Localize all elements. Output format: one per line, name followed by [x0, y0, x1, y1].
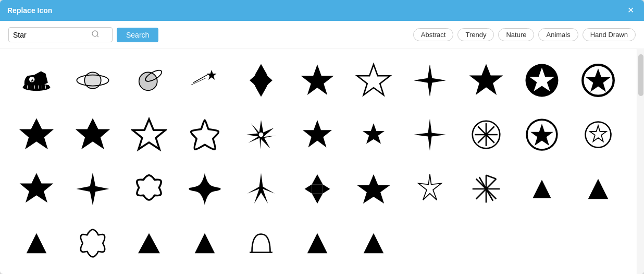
icon-mountain-7[interactable]	[348, 217, 400, 269]
svg-marker-36	[469, 64, 503, 96]
icon-star-badge[interactable]	[516, 109, 568, 161]
icon-mountain-5[interactable]	[179, 217, 231, 269]
icon-curved-star[interactable]	[179, 163, 231, 215]
svg-marker-32	[301, 64, 334, 95]
svg-marker-59	[20, 173, 54, 202]
icon-large-solid-star[interactable]	[460, 54, 512, 106]
svg-marker-76	[27, 233, 47, 254]
svg-line-1	[97, 35, 98, 37]
svg-marker-35	[414, 64, 445, 96]
icon-delicate-star[interactable]	[404, 163, 456, 215]
svg-marker-56	[530, 124, 553, 146]
svg-marker-67	[418, 174, 441, 200]
svg-marker-41	[19, 118, 54, 150]
icon-cross-star[interactable]	[460, 109, 512, 161]
icon-nautical-star[interactable]	[404, 54, 456, 106]
svg-marker-40	[586, 68, 611, 92]
icon-bold-star-1[interactable]	[10, 109, 63, 161]
icon-medium-star[interactable]	[291, 109, 343, 161]
scrollbar-thumb[interactable]	[638, 54, 643, 96]
icon-small-star[interactable]	[348, 109, 400, 161]
svg-marker-77	[138, 233, 160, 254]
svg-text:★: ★	[30, 78, 34, 83]
dialog-title: Replace Icon	[7, 6, 52, 15]
icon-filled-star-large[interactable]	[291, 54, 343, 106]
icon-shooting-star[interactable]	[179, 54, 231, 106]
icon-outlined-star-2[interactable]	[123, 109, 175, 161]
svg-marker-74	[533, 180, 551, 198]
icon-star-bordered-circle[interactable]	[572, 54, 624, 106]
content-area: ★	[0, 49, 644, 274]
icon-fat-star[interactable]	[348, 163, 400, 215]
svg-marker-29	[255, 64, 267, 75]
icon-shoe-star[interactable]: ★	[10, 54, 63, 106]
icon-decorative-star[interactable]	[404, 109, 456, 161]
search-input[interactable]	[13, 31, 91, 39]
icon-medium-bold-star[interactable]	[10, 163, 63, 215]
icon-mountain-4[interactable]	[123, 217, 175, 269]
svg-marker-47	[363, 123, 385, 144]
svg-rect-65	[312, 184, 323, 194]
icon-ninja-star[interactable]	[235, 109, 287, 161]
icon-flower-star[interactable]	[123, 163, 175, 215]
svg-rect-31	[255, 75, 267, 86]
svg-marker-16	[208, 72, 216, 79]
search-button[interactable]: Search	[117, 28, 158, 42]
icon-rounded-star[interactable]	[179, 109, 231, 161]
icon-mountain-6[interactable]	[291, 217, 343, 269]
category-tags: Abstract Trendy Nature Animals Hand Draw…	[413, 28, 636, 41]
icon-star-of-david[interactable]	[235, 54, 287, 106]
icon-small-outlined-star[interactable]	[572, 109, 624, 161]
close-button[interactable]: ✕	[624, 4, 637, 17]
icon-planet[interactable]	[67, 54, 119, 106]
svg-line-72	[486, 175, 496, 179]
icon-grid: ★	[10, 54, 626, 269]
svg-marker-61	[312, 174, 323, 184]
scrollbar-track[interactable]	[637, 49, 644, 274]
icon-star-in-circle[interactable]	[516, 54, 568, 106]
icon-pointed-star[interactable]	[67, 163, 119, 215]
svg-marker-33	[357, 64, 390, 95]
svg-marker-49	[418, 123, 441, 146]
svg-marker-30	[255, 86, 267, 97]
category-nature[interactable]: Nature	[498, 28, 534, 41]
svg-marker-63	[305, 184, 312, 194]
svg-marker-42	[76, 118, 110, 150]
icon-burst-star[interactable]	[460, 163, 512, 215]
svg-marker-58	[590, 126, 606, 142]
icon-leaf-star[interactable]	[67, 217, 119, 269]
svg-marker-80	[307, 233, 328, 254]
category-abstract[interactable]: Abstract	[413, 28, 454, 41]
svg-line-17	[194, 75, 208, 83]
svg-marker-66	[357, 174, 390, 204]
dialog-header: Replace Icon ✕	[0, 0, 644, 21]
svg-marker-43	[132, 119, 165, 149]
svg-line-18	[191, 78, 206, 85]
icon-outlined-star[interactable]	[348, 54, 400, 106]
svg-marker-62	[312, 194, 323, 204]
svg-marker-81	[364, 233, 384, 254]
svg-marker-46	[303, 120, 332, 148]
svg-marker-78	[195, 233, 215, 254]
replace-icon-dialog: Replace Icon ✕ Search Abstract Trendy Na…	[0, 0, 644, 274]
svg-point-0	[92, 31, 98, 37]
icon-death-star[interactable]	[123, 54, 175, 106]
category-trendy[interactable]: Trendy	[457, 28, 494, 41]
svg-marker-64	[323, 184, 330, 194]
category-animals[interactable]: Animals	[538, 28, 578, 41]
toolbar: Search Abstract Trendy Nature Animals Ha…	[0, 21, 644, 49]
svg-point-45	[259, 133, 264, 137]
icon-triangle-star[interactable]	[235, 163, 287, 215]
icon-mountain-3[interactable]	[10, 217, 63, 269]
icon-bold-star-2[interactable]	[67, 109, 119, 161]
icon-grid-container[interactable]: ★	[0, 49, 637, 274]
category-hand-drawn[interactable]: Hand Drawn	[583, 28, 636, 41]
svg-marker-60	[76, 173, 109, 206]
icon-hexagram[interactable]	[291, 163, 343, 215]
search-input-wrap	[8, 27, 113, 42]
icon-mountain-2[interactable]	[572, 163, 624, 215]
icon-mountain-1[interactable]	[516, 163, 568, 215]
icon-dome[interactable]	[235, 217, 287, 269]
search-area: Search	[8, 27, 158, 42]
search-icon	[91, 30, 100, 40]
